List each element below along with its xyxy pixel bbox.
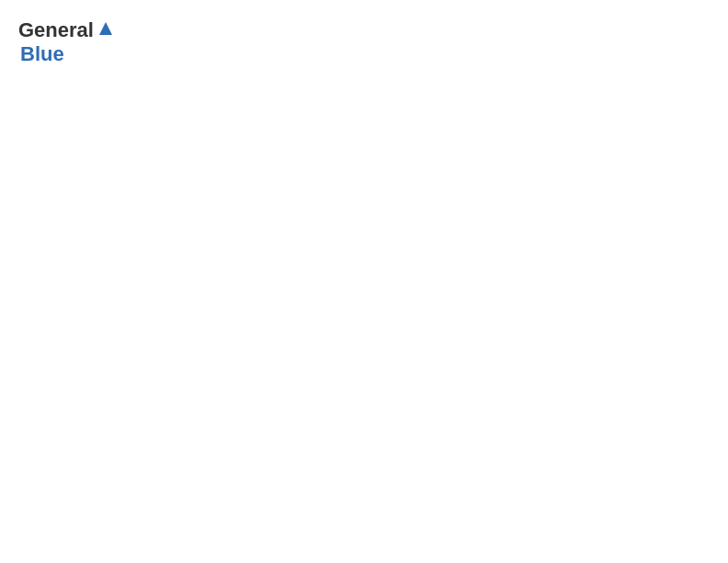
logo-triangle-icon (96, 18, 116, 39)
svg-marker-0 (99, 22, 112, 35)
logo-line1: General (18, 18, 94, 42)
logo: General Blue (18, 18, 116, 66)
logo-line2: Blue (20, 42, 64, 65)
page-header: General Blue (18, 18, 710, 66)
